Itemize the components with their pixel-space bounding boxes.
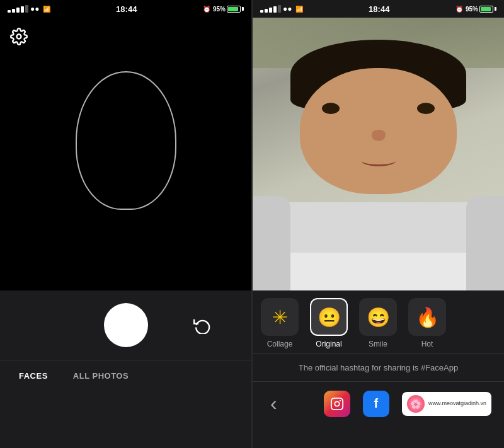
time-left: 18:44 xyxy=(116,4,137,14)
right-phone: ●● 📶 18:44 ⏰ 95% xyxy=(253,0,504,448)
original-emoji: 😐 xyxy=(318,306,341,328)
collage-label: Collage xyxy=(267,340,293,348)
hot-icon-box: 🔥 xyxy=(408,298,446,336)
status-right-right: ⏰ 95% xyxy=(455,6,496,13)
face-guide-oval xyxy=(76,71,176,210)
status-bar-left: ●● 📶 18:44 ⏰ 95% xyxy=(0,0,251,18)
camera-viewfinder xyxy=(0,18,251,290)
shoulder-right xyxy=(466,196,504,290)
smile-icon-box: 😄 xyxy=(359,298,397,336)
nose-sim xyxy=(372,130,386,141)
facebook-button[interactable]: f xyxy=(363,391,389,417)
website-lotus-icon: 🌸 xyxy=(410,399,421,409)
carrier-icon-right: 📶 xyxy=(295,6,303,13)
status-left-right: ●● 📶 xyxy=(260,4,303,13)
alarm-icon: ⏰ xyxy=(203,6,210,13)
svg-point-0 xyxy=(17,35,21,39)
hot-label: Hot xyxy=(421,340,433,348)
tab-all-photos[interactable]: ALL PHOTOS xyxy=(73,371,129,381)
filter-original[interactable]: 😐 Original xyxy=(307,298,351,348)
facebook-f-icon: f xyxy=(374,396,379,411)
back-button[interactable]: ‹ xyxy=(265,387,282,420)
selfie-preview xyxy=(253,18,504,290)
signal-icon xyxy=(8,5,28,13)
mouth-sim xyxy=(361,155,396,166)
capture-row xyxy=(0,290,251,360)
instagram-button[interactable] xyxy=(324,391,350,417)
filter-hot[interactable]: 🔥 Hot xyxy=(405,298,449,348)
carrier-icon: 📶 xyxy=(43,6,50,13)
alarm-icon-right: ⏰ xyxy=(455,6,463,13)
website-logo: 🌸 xyxy=(407,395,425,413)
original-icon-box: 😐 xyxy=(310,298,348,336)
website-url: www.meovatgiadinh.vn xyxy=(428,400,486,408)
svg-point-2 xyxy=(335,401,339,406)
svg-rect-1 xyxy=(331,398,343,409)
smile-label: Smile xyxy=(369,340,387,348)
status-left-left: ●● 📶 xyxy=(8,4,50,13)
filters-row: ✳ Collage 😐 Original 😄 Smile 🔥 xyxy=(253,290,504,353)
shoulder-left xyxy=(253,196,290,290)
right-eye-sim xyxy=(417,103,435,114)
smile-emoji: 😄 xyxy=(367,306,390,328)
svg-point-3 xyxy=(340,399,341,401)
left-eye-sim xyxy=(322,103,340,114)
status-bar-right: ●● 📶 18:44 ⏰ 95% xyxy=(253,0,504,18)
action-row: ‹ f 🌸 www.meovatgiadin xyxy=(253,381,504,425)
shirt-collar xyxy=(278,202,479,253)
photo-tabs: FACES ALL PHOTOS xyxy=(0,360,251,391)
signal-icon-right xyxy=(260,5,281,13)
filter-smile[interactable]: 😄 Smile xyxy=(356,298,400,348)
battery-pct-right: 95% xyxy=(466,6,478,13)
left-phone: ●● 📶 18:44 ⏰ 95% xyxy=(0,0,251,448)
capture-button[interactable] xyxy=(104,303,148,347)
wifi-icon-right: ●● xyxy=(283,4,292,13)
hot-emoji: 🔥 xyxy=(416,306,439,328)
original-label: Original xyxy=(316,340,341,348)
hashtag-row: The official hashtag for sharing is #Fac… xyxy=(253,353,504,381)
filter-panel: ✳ Collage 😐 Original 😄 Smile 🔥 xyxy=(253,290,504,448)
camera-controls: FACES ALL PHOTOS xyxy=(0,290,251,448)
hashtag-text: The official hashtag for sharing is #Fac… xyxy=(299,363,458,372)
social-share-icons: f 🌸 www.meovatgiadinh.vn xyxy=(324,391,491,417)
wifi-icon: ●● xyxy=(30,4,40,13)
battery-pct-left: 95% xyxy=(213,6,226,13)
settings-icon[interactable] xyxy=(10,28,28,45)
flip-camera-button[interactable] xyxy=(191,314,214,336)
time-right: 18:44 xyxy=(369,4,389,14)
collage-icon-box: ✳ xyxy=(261,298,299,336)
battery-right: 95% xyxy=(466,6,496,13)
collage-emoji: ✳ xyxy=(272,306,288,328)
status-right-left: ⏰ 95% xyxy=(203,6,244,13)
filter-collage[interactable]: ✳ Collage xyxy=(258,298,302,348)
tab-faces[interactable]: FACES xyxy=(19,371,48,381)
website-button[interactable]: 🌸 www.meovatgiadinh.vn xyxy=(402,392,491,416)
photo-grid-empty xyxy=(0,391,251,448)
battery-left: 95% xyxy=(213,6,244,13)
